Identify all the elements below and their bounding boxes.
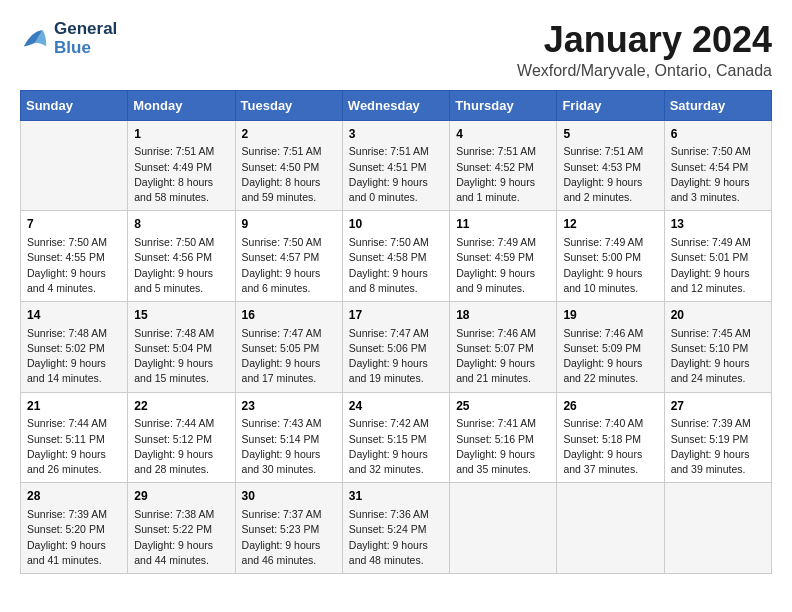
cell-content: Sunrise: 7:40 AMSunset: 5:18 PMDaylight:… — [563, 416, 657, 477]
cell-content: Sunrise: 7:48 AMSunset: 5:02 PMDaylight:… — [27, 326, 121, 387]
header-friday: Friday — [557, 90, 664, 120]
cell-content: Sunrise: 7:50 AMSunset: 4:54 PMDaylight:… — [671, 144, 765, 205]
cell-content: Sunrise: 7:44 AMSunset: 5:12 PMDaylight:… — [134, 416, 228, 477]
day-number: 23 — [242, 398, 336, 415]
cell-content: Sunrise: 7:41 AMSunset: 5:16 PMDaylight:… — [456, 416, 550, 477]
day-number: 8 — [134, 216, 228, 233]
calendar-cell: 22Sunrise: 7:44 AMSunset: 5:12 PMDayligh… — [128, 392, 235, 483]
calendar-cell: 24Sunrise: 7:42 AMSunset: 5:15 PMDayligh… — [342, 392, 449, 483]
cell-content: Sunrise: 7:44 AMSunset: 5:11 PMDaylight:… — [27, 416, 121, 477]
cell-content: Sunrise: 7:51 AMSunset: 4:50 PMDaylight:… — [242, 144, 336, 205]
day-number: 10 — [349, 216, 443, 233]
logo-text: General Blue — [54, 20, 117, 57]
day-number: 22 — [134, 398, 228, 415]
day-number: 6 — [671, 126, 765, 143]
calendar-week-3: 14Sunrise: 7:48 AMSunset: 5:02 PMDayligh… — [21, 301, 772, 392]
calendar-cell: 14Sunrise: 7:48 AMSunset: 5:02 PMDayligh… — [21, 301, 128, 392]
calendar-cell: 19Sunrise: 7:46 AMSunset: 5:09 PMDayligh… — [557, 301, 664, 392]
day-number: 13 — [671, 216, 765, 233]
cell-content: Sunrise: 7:49 AMSunset: 5:00 PMDaylight:… — [563, 235, 657, 296]
day-number: 29 — [134, 488, 228, 505]
calendar-cell: 23Sunrise: 7:43 AMSunset: 5:14 PMDayligh… — [235, 392, 342, 483]
day-number: 2 — [242, 126, 336, 143]
cell-content: Sunrise: 7:50 AMSunset: 4:55 PMDaylight:… — [27, 235, 121, 296]
cell-content: Sunrise: 7:45 AMSunset: 5:10 PMDaylight:… — [671, 326, 765, 387]
cell-content: Sunrise: 7:48 AMSunset: 5:04 PMDaylight:… — [134, 326, 228, 387]
calendar-cell: 26Sunrise: 7:40 AMSunset: 5:18 PMDayligh… — [557, 392, 664, 483]
day-number: 28 — [27, 488, 121, 505]
cell-content: Sunrise: 7:49 AMSunset: 4:59 PMDaylight:… — [456, 235, 550, 296]
title-section: January 2024 Wexford/Maryvale, Ontario, … — [517, 20, 772, 80]
calendar-week-4: 21Sunrise: 7:44 AMSunset: 5:11 PMDayligh… — [21, 392, 772, 483]
calendar-subtitle: Wexford/Maryvale, Ontario, Canada — [517, 62, 772, 80]
cell-content: Sunrise: 7:46 AMSunset: 5:07 PMDaylight:… — [456, 326, 550, 387]
day-number: 17 — [349, 307, 443, 324]
calendar-cell: 9Sunrise: 7:50 AMSunset: 4:57 PMDaylight… — [235, 211, 342, 302]
logo-icon — [20, 24, 50, 54]
cell-content: Sunrise: 7:51 AMSunset: 4:51 PMDaylight:… — [349, 144, 443, 205]
cell-content: Sunrise: 7:43 AMSunset: 5:14 PMDaylight:… — [242, 416, 336, 477]
cell-content: Sunrise: 7:50 AMSunset: 4:58 PMDaylight:… — [349, 235, 443, 296]
calendar-week-2: 7Sunrise: 7:50 AMSunset: 4:55 PMDaylight… — [21, 211, 772, 302]
calendar-cell: 5Sunrise: 7:51 AMSunset: 4:53 PMDaylight… — [557, 120, 664, 211]
calendar-cell: 27Sunrise: 7:39 AMSunset: 5:19 PMDayligh… — [664, 392, 771, 483]
day-number: 24 — [349, 398, 443, 415]
cell-content: Sunrise: 7:36 AMSunset: 5:24 PMDaylight:… — [349, 507, 443, 568]
day-number: 27 — [671, 398, 765, 415]
header-tuesday: Tuesday — [235, 90, 342, 120]
header-saturday: Saturday — [664, 90, 771, 120]
day-number: 9 — [242, 216, 336, 233]
calendar-cell: 4Sunrise: 7:51 AMSunset: 4:52 PMDaylight… — [450, 120, 557, 211]
header-thursday: Thursday — [450, 90, 557, 120]
calendar-header-row: SundayMondayTuesdayWednesdayThursdayFrid… — [21, 90, 772, 120]
day-number: 25 — [456, 398, 550, 415]
calendar-cell: 10Sunrise: 7:50 AMSunset: 4:58 PMDayligh… — [342, 211, 449, 302]
day-number: 15 — [134, 307, 228, 324]
calendar-cell: 21Sunrise: 7:44 AMSunset: 5:11 PMDayligh… — [21, 392, 128, 483]
day-number: 20 — [671, 307, 765, 324]
header-sunday: Sunday — [21, 90, 128, 120]
calendar-week-1: 1Sunrise: 7:51 AMSunset: 4:49 PMDaylight… — [21, 120, 772, 211]
calendar-cell: 6Sunrise: 7:50 AMSunset: 4:54 PMDaylight… — [664, 120, 771, 211]
calendar-cell: 31Sunrise: 7:36 AMSunset: 5:24 PMDayligh… — [342, 483, 449, 574]
header: General Blue January 2024 Wexford/Maryva… — [20, 20, 772, 80]
calendar-cell: 28Sunrise: 7:39 AMSunset: 5:20 PMDayligh… — [21, 483, 128, 574]
logo: General Blue — [20, 20, 117, 57]
day-number: 16 — [242, 307, 336, 324]
calendar-cell: 16Sunrise: 7:47 AMSunset: 5:05 PMDayligh… — [235, 301, 342, 392]
cell-content: Sunrise: 7:49 AMSunset: 5:01 PMDaylight:… — [671, 235, 765, 296]
day-number: 12 — [563, 216, 657, 233]
cell-content: Sunrise: 7:50 AMSunset: 4:57 PMDaylight:… — [242, 235, 336, 296]
cell-content: Sunrise: 7:37 AMSunset: 5:23 PMDaylight:… — [242, 507, 336, 568]
cell-content: Sunrise: 7:46 AMSunset: 5:09 PMDaylight:… — [563, 326, 657, 387]
calendar-cell: 8Sunrise: 7:50 AMSunset: 4:56 PMDaylight… — [128, 211, 235, 302]
cell-content: Sunrise: 7:42 AMSunset: 5:15 PMDaylight:… — [349, 416, 443, 477]
calendar-cell: 29Sunrise: 7:38 AMSunset: 5:22 PMDayligh… — [128, 483, 235, 574]
cell-content: Sunrise: 7:47 AMSunset: 5:05 PMDaylight:… — [242, 326, 336, 387]
calendar-cell — [21, 120, 128, 211]
calendar-cell: 3Sunrise: 7:51 AMSunset: 4:51 PMDaylight… — [342, 120, 449, 211]
day-number: 4 — [456, 126, 550, 143]
day-number: 19 — [563, 307, 657, 324]
day-number: 21 — [27, 398, 121, 415]
day-number: 30 — [242, 488, 336, 505]
cell-content: Sunrise: 7:38 AMSunset: 5:22 PMDaylight:… — [134, 507, 228, 568]
calendar-cell: 20Sunrise: 7:45 AMSunset: 5:10 PMDayligh… — [664, 301, 771, 392]
day-number: 5 — [563, 126, 657, 143]
cell-content: Sunrise: 7:50 AMSunset: 4:56 PMDaylight:… — [134, 235, 228, 296]
cell-content: Sunrise: 7:39 AMSunset: 5:19 PMDaylight:… — [671, 416, 765, 477]
calendar-week-5: 28Sunrise: 7:39 AMSunset: 5:20 PMDayligh… — [21, 483, 772, 574]
calendar-cell: 25Sunrise: 7:41 AMSunset: 5:16 PMDayligh… — [450, 392, 557, 483]
header-monday: Monday — [128, 90, 235, 120]
calendar-cell: 30Sunrise: 7:37 AMSunset: 5:23 PMDayligh… — [235, 483, 342, 574]
header-wednesday: Wednesday — [342, 90, 449, 120]
day-number: 31 — [349, 488, 443, 505]
day-number: 1 — [134, 126, 228, 143]
day-number: 7 — [27, 216, 121, 233]
calendar-cell: 12Sunrise: 7:49 AMSunset: 5:00 PMDayligh… — [557, 211, 664, 302]
calendar-cell: 17Sunrise: 7:47 AMSunset: 5:06 PMDayligh… — [342, 301, 449, 392]
calendar-title: January 2024 — [517, 20, 772, 60]
day-number: 26 — [563, 398, 657, 415]
cell-content: Sunrise: 7:51 AMSunset: 4:52 PMDaylight:… — [456, 144, 550, 205]
calendar-cell: 11Sunrise: 7:49 AMSunset: 4:59 PMDayligh… — [450, 211, 557, 302]
